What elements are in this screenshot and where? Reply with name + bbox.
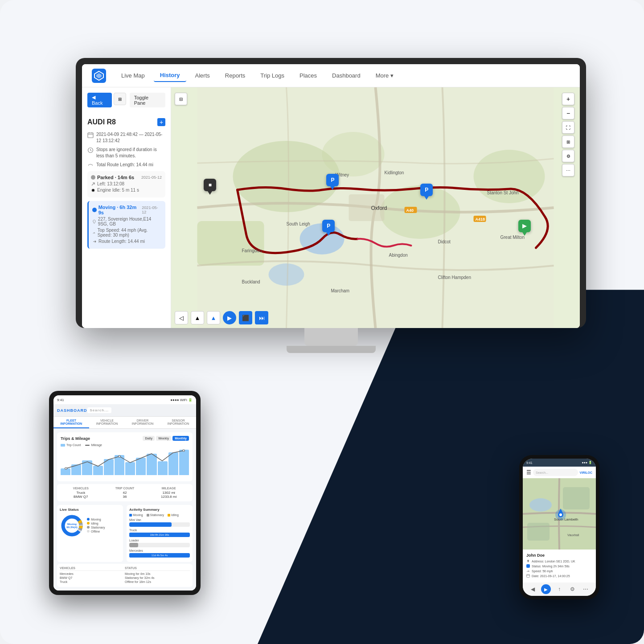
bar-3 bbox=[82, 460, 92, 475]
nav-alerts[interactable]: Alerts bbox=[189, 70, 216, 82]
phone-play-btn[interactable]: ▶ bbox=[541, 584, 551, 594]
navigation-bar: Live Map History Alerts Reports Trip Log… bbox=[82, 64, 580, 87]
tab-vehicle-info[interactable]: VEHICLE INFORMATION bbox=[89, 417, 125, 428]
stat-mileage-2: 1233.8 mi bbox=[148, 495, 190, 499]
nav-reports[interactable]: Reports bbox=[219, 70, 252, 82]
bar-11 bbox=[168, 452, 178, 475]
phone-map-area[interactable]: South Lambeth Vauxhall bbox=[523, 478, 596, 550]
map-settings-button[interactable]: ⚙ bbox=[562, 150, 574, 162]
phone-search-bar[interactable]: Search... bbox=[533, 469, 578, 476]
map-play-button[interactable]: ▶ bbox=[223, 311, 236, 324]
svg-rect-39 bbox=[563, 487, 590, 509]
svg-text:Clifton Hampden: Clifton Hampden bbox=[438, 275, 471, 280]
map-area[interactable]: Oxford Witney Kidlington Abingdon Didcot… bbox=[171, 87, 580, 328]
period-monthly[interactable]: Monthly bbox=[172, 436, 189, 441]
scene-container: Live Map History Alerts Reports Trip Log… bbox=[22, 22, 622, 622]
map-flag-end-btn[interactable]: ▲ bbox=[207, 311, 220, 324]
end-pin: ▶ bbox=[518, 220, 531, 236]
parking-pin-3-box: P bbox=[322, 220, 335, 232]
fullscreen-button[interactable]: ⛶ bbox=[562, 121, 574, 134]
activity-loader-bar-bg bbox=[129, 543, 190, 547]
activity-minivan-label: Mini Van bbox=[129, 518, 190, 521]
phone-date-text: Date: 2021-09-17, 14:00:25 bbox=[532, 574, 570, 578]
phone-person-name: John Doe bbox=[526, 553, 592, 558]
stat-vehicle-1: Truck bbox=[60, 491, 102, 495]
map-info-button[interactable]: ⋯ bbox=[562, 164, 574, 176]
map-controls-right: + − ⛶ ⊞ ⚙ ⋯ bbox=[562, 93, 574, 176]
address-row: 227, Sovereign House,E14 9SG, GB bbox=[92, 217, 162, 226]
phone-more-btn[interactable]: ⋯ bbox=[581, 584, 591, 594]
stat-mileage-label: MILEAGE bbox=[148, 487, 190, 490]
phone-frame: 9:41 ●●● 🔋 ☰ Search... VIRILOC bbox=[519, 455, 599, 599]
back-button[interactable]: ◀ Back bbox=[87, 93, 112, 107]
tab-sensor-info[interactable]: SENSOR INFORMATION bbox=[160, 417, 196, 428]
vst-row-bmw: BMW Q7 Stationary for 32m 4s bbox=[60, 576, 190, 579]
parking-pin-3: P bbox=[322, 220, 335, 236]
nav-places[interactable]: Places bbox=[293, 70, 323, 82]
route-length-row: Total Route Length: 14.44 mi bbox=[87, 162, 165, 168]
add-icon[interactable]: + bbox=[157, 118, 165, 126]
activity-mercedes-label: Mercedes bbox=[129, 549, 190, 552]
map-cursor-btn[interactable]: ◁ bbox=[175, 311, 188, 324]
app-content: ◀ Back ⊞ Toggle Pane AUDI R8 + bbox=[82, 87, 580, 328]
period-daily[interactable]: Daily bbox=[143, 436, 155, 441]
donut-legend: Moving Idling Stationary bbox=[87, 518, 105, 534]
act-legend-stationary: Stationary bbox=[147, 513, 164, 517]
nav-dashboard[interactable]: Dashboard bbox=[326, 70, 367, 82]
vehicle-name: AUDI R8 bbox=[87, 118, 116, 126]
act-legend-moving: Moving bbox=[129, 513, 143, 517]
sidebar-icon-btn[interactable]: ⊞ bbox=[114, 93, 126, 105]
zoom-out-button[interactable]: − bbox=[562, 107, 574, 119]
map-layers-button[interactable]: ⊞ bbox=[562, 135, 574, 148]
tab-fleet-info[interactable]: FLEET INFORMATION bbox=[53, 417, 89, 428]
phone-status-row: Status: Moving 2h 34m 58s bbox=[526, 564, 592, 568]
app-logo[interactable] bbox=[91, 68, 107, 84]
map-stop-button[interactable]: ⬛ bbox=[239, 311, 252, 324]
legend-idling: Idling bbox=[87, 522, 105, 525]
svg-text:90.3%(4): 90.3%(4) bbox=[66, 526, 77, 529]
moving-section: Moving · 6h 32m 9s 2021-05-12 227, Sover… bbox=[87, 201, 165, 249]
activity-mercedes-row: Mercedes 11d 4h 5m 4s bbox=[129, 549, 190, 558]
svg-text:Oxford: Oxford bbox=[371, 205, 387, 211]
svg-point-3 bbox=[92, 189, 94, 192]
stat-vehicles: VEHICLES Truck BMW Q7 bbox=[60, 487, 102, 499]
map-filter-button[interactable]: ⊟ bbox=[175, 93, 187, 105]
svg-point-11 bbox=[269, 263, 304, 286]
nav-trip-logs[interactable]: Trip Logs bbox=[254, 70, 291, 82]
phone-info-panel: John Doe Address: London SE1 2DD, UK Sta… bbox=[523, 550, 596, 582]
map-flag-start-btn[interactable]: ▲ bbox=[191, 311, 204, 324]
zoom-in-button[interactable]: + bbox=[562, 93, 574, 105]
svg-text:Stanton St John: Stanton St John bbox=[487, 190, 519, 195]
donut-chart: Moving 90.3%(4) bbox=[60, 513, 84, 538]
svg-text:Buckland: Buckland bbox=[242, 279, 260, 284]
phone-time: 9:41 bbox=[526, 461, 533, 464]
svg-text:Marcham: Marcham bbox=[331, 288, 350, 293]
tab-driver-info[interactable]: DRIVER INFORMATION bbox=[125, 417, 160, 428]
activity-truck-label: Truck bbox=[129, 529, 190, 532]
nav-live-map[interactable]: Live Map bbox=[115, 70, 151, 82]
tablet-nav-search[interactable]: Search... bbox=[87, 407, 111, 413]
route-icon bbox=[87, 162, 94, 168]
stat-mileage-1: 1302 mi bbox=[148, 491, 190, 495]
legend-idling-dot bbox=[87, 522, 90, 525]
nav-more[interactable]: More ▾ bbox=[369, 70, 400, 82]
moving-status-dot bbox=[92, 208, 97, 212]
period-weekly[interactable]: Weekly bbox=[156, 436, 171, 441]
map-controls-left: ⊟ bbox=[175, 93, 187, 105]
live-status-title: Live Status bbox=[60, 508, 120, 512]
toggle-pane-button[interactable]: Toggle Pane bbox=[130, 93, 165, 107]
phone-settings-btn[interactable]: ⚙ bbox=[568, 584, 578, 594]
svg-rect-8 bbox=[197, 221, 264, 266]
calendar-icon bbox=[87, 132, 94, 138]
nav-history[interactable]: History bbox=[154, 69, 186, 82]
phone-back-btn[interactable]: ◀ bbox=[528, 584, 538, 594]
phone-hamburger[interactable]: ☰ bbox=[526, 469, 531, 476]
map-fastforward-button[interactable]: ⏭ bbox=[255, 311, 268, 324]
phone-status-text: Status: Moving 2h 34m 58s bbox=[532, 565, 570, 568]
phone-address-text: Address: London SE1 2DD, UK bbox=[532, 560, 575, 563]
activity-mercedes-bar-text: 11d 4h 5m 4s bbox=[152, 554, 168, 557]
phone-map-svg: South Lambeth Vauxhall bbox=[523, 478, 596, 550]
phone-share-btn[interactable]: ↑ bbox=[554, 584, 564, 594]
tablet-nav-title: DASHBOARD bbox=[57, 408, 87, 413]
period-buttons: Daily Weekly Monthly bbox=[143, 436, 189, 441]
